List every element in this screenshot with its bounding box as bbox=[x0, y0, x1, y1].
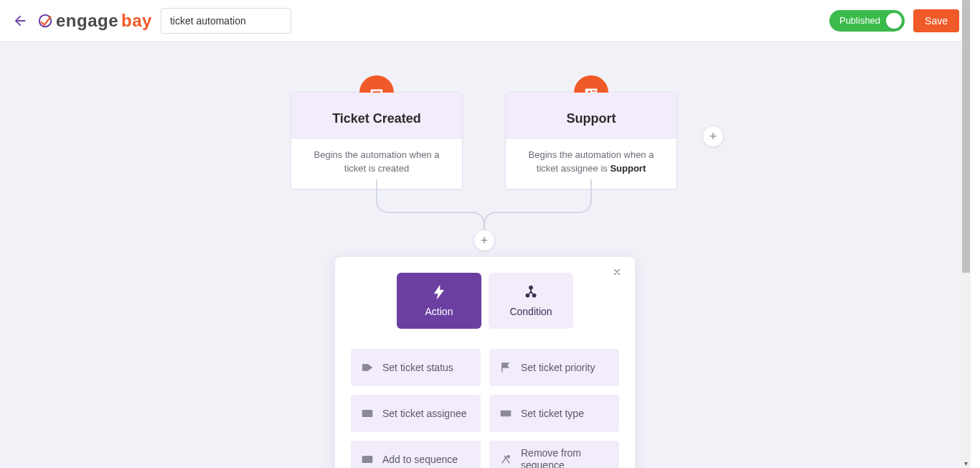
svg-rect-12 bbox=[501, 411, 511, 416]
scrollbar-thumb[interactable] bbox=[962, 0, 970, 273]
tab-condition[interactable]: Condition bbox=[489, 273, 573, 329]
toggle-knob-icon bbox=[886, 13, 902, 29]
action-set-ticket-type[interactable]: Set ticket type bbox=[489, 395, 619, 432]
action-item-label: Set ticket type bbox=[521, 408, 584, 420]
trigger-card-support[interactable]: Support Begins the automation when a tic… bbox=[505, 92, 677, 189]
ticket-icon bbox=[499, 407, 512, 420]
back-button[interactable] bbox=[11, 12, 29, 29]
trigger-description: Begins the automation when a ticket is c… bbox=[291, 139, 462, 189]
add-trigger-button[interactable]: + bbox=[702, 126, 724, 147]
save-button[interactable]: Save bbox=[913, 9, 959, 32]
automation-canvas[interactable]: Ticket Created Begins the automation whe… bbox=[0, 42, 971, 468]
topbar: engagebay Published Save bbox=[0, 0, 971, 42]
mail-icon bbox=[361, 453, 374, 466]
svg-rect-10 bbox=[362, 411, 372, 417]
scrollbar-down-icon[interactable]: ▾ bbox=[961, 458, 971, 468]
action-item-label: Remove from sequence bbox=[521, 447, 609, 468]
tab-action-label: Action bbox=[425, 306, 453, 317]
action-set-ticket-priority[interactable]: Set ticket priority bbox=[489, 349, 619, 386]
vertical-scrollbar[interactable]: ▾ bbox=[961, 0, 971, 468]
tab-action[interactable]: Action bbox=[397, 273, 481, 329]
logo-mark-icon bbox=[37, 13, 53, 29]
action-item-label: Set ticket assignee bbox=[382, 408, 467, 420]
action-item-label: Set ticket status bbox=[382, 362, 453, 374]
published-toggle-label: Published bbox=[839, 15, 880, 26]
remove-icon bbox=[499, 453, 512, 466]
svg-point-14 bbox=[507, 456, 509, 458]
trigger-card-ticket-created[interactable]: Ticket Created Begins the automation whe… bbox=[291, 92, 463, 189]
trigger-title: Support bbox=[513, 111, 669, 126]
trigger-description: Begins the automation when a ticket assi… bbox=[506, 139, 677, 189]
engagebay-logo: engagebay bbox=[37, 11, 152, 31]
published-toggle[interactable]: Published bbox=[829, 10, 905, 32]
add-step-button[interactable]: + bbox=[473, 230, 495, 251]
svg-rect-5 bbox=[592, 90, 596, 91]
tag-icon bbox=[361, 361, 374, 374]
svg-point-7 bbox=[529, 286, 532, 289]
trigger-title: Ticket Created bbox=[298, 111, 455, 126]
id-card-icon bbox=[361, 407, 374, 420]
action-item-label: Set ticket priority bbox=[521, 362, 595, 374]
action-set-ticket-status[interactable]: Set ticket status bbox=[351, 349, 481, 386]
action-set-ticket-assignee[interactable]: Set ticket assignee bbox=[351, 395, 481, 432]
tab-condition-label: Condition bbox=[509, 306, 552, 317]
svg-point-9 bbox=[533, 294, 536, 297]
action-item-label: Add to sequence bbox=[382, 454, 458, 466]
action-add-to-sequence[interactable]: Add to sequence bbox=[351, 441, 481, 468]
flag-icon bbox=[499, 361, 512, 374]
svg-point-8 bbox=[526, 294, 529, 297]
logo-text-1: engage bbox=[56, 11, 118, 31]
action-remove-from-sequence[interactable]: Remove from sequence bbox=[489, 441, 619, 468]
automation-name-input[interactable] bbox=[161, 8, 291, 34]
logo-text-2: bay bbox=[121, 11, 152, 31]
close-button[interactable] bbox=[609, 264, 625, 280]
svg-point-11 bbox=[364, 412, 367, 414]
step-chooser-panel: Action Condition Set ticket status Set t… bbox=[335, 257, 635, 468]
